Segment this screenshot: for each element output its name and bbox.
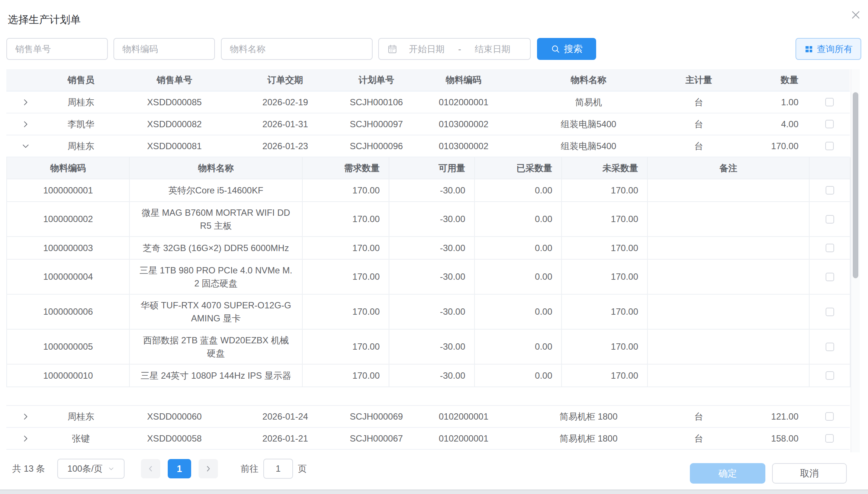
page-number-1[interactable]: 1: [168, 459, 191, 478]
cell-material_name: 简易机: [513, 92, 664, 113]
page-size-select[interactable]: 100条/页: [57, 459, 125, 479]
material-row[interactable]: 1000000001英特尔Core i5-14600KF170.00-30.00…: [7, 179, 850, 202]
material-checkbox[interactable]: [826, 186, 834, 195]
page-unit-label: 页: [298, 463, 307, 475]
cell-required_qty: 170.00: [303, 330, 389, 365]
material-checkbox[interactable]: [826, 244, 834, 252]
subtable-checkbox-cell: [810, 260, 851, 295]
subtable-checkbox-cell: [810, 237, 851, 260]
search-button[interactable]: 搜索: [537, 38, 596, 60]
prev-page-button[interactable]: [141, 459, 160, 478]
cell-purchased_qty: 0.00: [475, 295, 562, 330]
material-checkbox[interactable]: [826, 215, 834, 224]
cell-remark: [648, 295, 810, 330]
cancel-button[interactable]: 取消: [772, 463, 847, 484]
material-row[interactable]: 1000000002微星 MAG B760M MORTAR WIFI DDR5 …: [7, 202, 850, 237]
expanded-row-gap: [6, 387, 850, 405]
cell-remark: [648, 260, 810, 295]
query-all-button[interactable]: 查询所有: [795, 38, 861, 60]
material-row[interactable]: 1000000003芝奇 32GB (16G×2) DDR5 6000MHz17…: [7, 237, 850, 260]
search-button-label: 搜索: [564, 43, 583, 55]
cell-material_name: 芝奇 32GB (16G×2) DDR5 6000MHz: [130, 237, 303, 260]
cell-delivery_date: 2026-02-19: [232, 92, 339, 113]
cell-qty: 170.00: [734, 135, 809, 157]
close-button[interactable]: [848, 7, 863, 22]
cell-unit: 台: [664, 135, 734, 157]
plan-row[interactable]: 周桂东XSDD0000852026-02-19SCJH0001060102000…: [6, 92, 850, 113]
cell-material_name: 简易机柜 1800: [513, 428, 664, 449]
cell-remark: [648, 202, 810, 237]
material-checkbox[interactable]: [826, 343, 834, 351]
cell-material_name: 西部数据 2TB 蓝盘 WD20EZBX 机械硬盘: [130, 330, 303, 365]
confirm-button[interactable]: 确定: [690, 463, 765, 484]
cell-remark: [648, 179, 810, 202]
material-row[interactable]: 1000000006华硕 TUF-RTX 4070 SUPER-O12G-GAM…: [7, 295, 850, 330]
cell-plan_no: SCJH000096: [339, 135, 414, 157]
collapse-row-icon[interactable]: [19, 139, 32, 153]
plan-row[interactable]: 周桂东XSDD0000812026-01-23SCJH0000960103000…: [6, 135, 850, 157]
column-header: 数量: [734, 69, 809, 91]
expand-row-icon[interactable]: [19, 432, 32, 445]
vertical-scrollbar[interactable]: [851, 69, 860, 452]
end-date-placeholder: 结束日期: [463, 43, 522, 55]
column-header: 物料编码: [414, 69, 513, 91]
expand-row-icon[interactable]: [19, 118, 32, 131]
row-checkbox[interactable]: [825, 434, 834, 443]
close-icon: [850, 9, 861, 20]
subtable-column-header: 可用量: [389, 157, 475, 179]
plan-row[interactable]: 周桂东XSDD0000602026-01-24SCJH0000690102000…: [6, 405, 850, 428]
cell-unit: 台: [664, 406, 734, 427]
material-row[interactable]: 1000000005西部数据 2TB 蓝盘 WD20EZBX 机械硬盘170.0…: [7, 330, 850, 365]
goto-label: 前往: [241, 463, 258, 475]
filter-bar: 开始日期 - 结束日期 搜索 查询所有: [0, 38, 868, 60]
row-checkbox[interactable]: [825, 98, 834, 106]
cell-plan_no: SCJH000106: [339, 92, 414, 113]
table-header-row: 销售员销售单号订单交期计划单号物料编码物料名称主计量数量: [6, 69, 850, 92]
material-row[interactable]: 1000000010三星 24英寸 1080P 144Hz IPS 显示器170…: [7, 365, 850, 387]
cell-sales_order: XSDD000058: [117, 428, 232, 449]
row-checkbox[interactable]: [825, 120, 834, 128]
cell-unpurchased_qty: 170.00: [562, 295, 648, 330]
expand-row-icon[interactable]: [19, 96, 32, 109]
start-date-placeholder: 开始日期: [398, 43, 456, 55]
next-page-button[interactable]: [199, 459, 218, 478]
cell-qty: 121.00: [734, 406, 809, 427]
sales-order-input[interactable]: [6, 38, 108, 60]
goto-page-input[interactable]: [263, 459, 293, 479]
cell-available_qty: -30.00: [389, 179, 475, 202]
material-checkbox[interactable]: [826, 371, 834, 380]
cell-material_code: 1000000010: [7, 365, 130, 387]
cell-available_qty: -30.00: [389, 365, 475, 387]
row-checkbox[interactable]: [825, 142, 834, 150]
cell-material_name: 三星 24英寸 1080P 144Hz IPS 显示器: [130, 365, 303, 387]
cell-material_code: 0102000001: [414, 406, 513, 427]
expand-row-icon[interactable]: [19, 410, 32, 423]
date-range-picker[interactable]: 开始日期 - 结束日期: [378, 38, 531, 60]
cell-available_qty: -30.00: [389, 237, 475, 260]
cell-salesperson: 周桂东: [45, 406, 117, 427]
grid-icon: [804, 45, 813, 54]
material-name-input[interactable]: [221, 38, 373, 60]
subtable-checkbox-column-header: [810, 157, 851, 179]
plan-row[interactable]: 张键XSDD0000582026-01-21SCJH00006701020000…: [6, 428, 850, 450]
chevron-right-icon: [205, 465, 212, 472]
row-checkbox[interactable]: [825, 412, 834, 421]
cell-unpurchased_qty: 170.00: [562, 365, 648, 387]
scrollbar-thumb[interactable]: [853, 92, 858, 278]
cell-sales_order: XSDD000060: [117, 406, 232, 427]
cell-required_qty: 170.00: [303, 260, 389, 295]
date-range-separator: -: [456, 44, 463, 54]
material-checkbox[interactable]: [826, 308, 834, 316]
cell-sales_order: XSDD000082: [117, 113, 232, 135]
material-code-input[interactable]: [113, 38, 215, 60]
total-count: 共 13 条: [12, 463, 45, 475]
material-row[interactable]: 1000000004三星 1TB 980 PRO PCIe 4.0 NVMe M…: [7, 260, 850, 295]
plan-row[interactable]: 李凯华XSDD0000822026-01-31SCJH0000970103000…: [6, 113, 850, 135]
cell-material_code: 1000000003: [7, 237, 130, 260]
cell-purchased_qty: 0.00: [475, 179, 562, 202]
cell-material_code: 0103000002: [414, 135, 513, 157]
cell-delivery_date: 2026-01-31: [232, 113, 339, 135]
material-checkbox[interactable]: [826, 273, 834, 281]
subtable-checkbox-cell: [810, 295, 851, 330]
cell-delivery_date: 2026-01-24: [232, 406, 339, 427]
